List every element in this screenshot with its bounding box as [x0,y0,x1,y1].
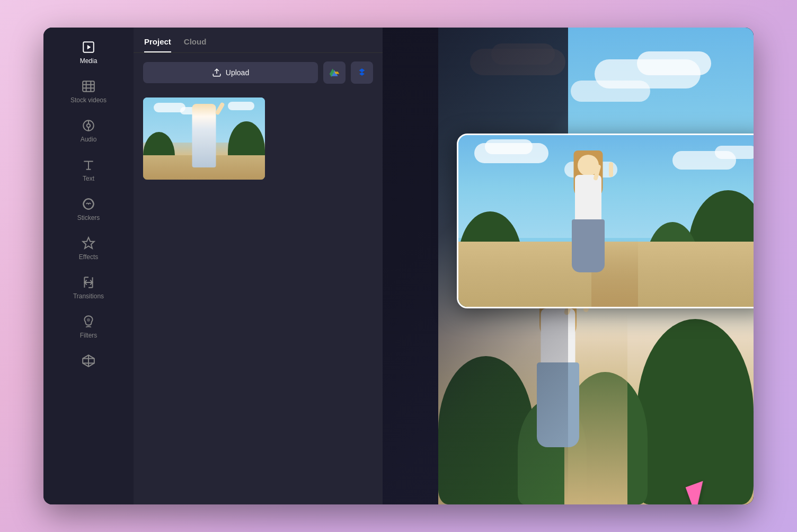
sidebar-item-transitions[interactable]: Transitions [43,268,134,307]
upload-button[interactable]: Upload [143,62,318,83]
sidebar-label-effects: Effects [79,253,98,261]
sidebar-label-filters: Filters [80,332,98,339]
tab-cloud[interactable]: Cloud [184,37,207,52]
sidebar-item-3d[interactable] [43,347,134,375]
toolbar-row: Upload [134,53,383,92]
tabs-row: Project Cloud [134,28,383,53]
sidebar-label-audio: Audio [81,136,97,143]
sidebar-label-media: Media [80,57,98,65]
main-canvas [383,28,754,504]
sidebar-label-transitions: Transitions [73,292,104,300]
tree-right-bg [637,319,754,504]
upload-icon [212,68,222,77]
svg-marker-16 [83,237,94,249]
upload-label: Upload [226,68,249,77]
svg-point-17 [87,319,90,321]
google-drive-button[interactable] [323,61,346,84]
sidebar-label-stickers: Stickers [77,214,100,221]
tab-project[interactable]: Project [144,37,171,52]
sidebar: Media Stock videos Audio [43,28,134,504]
sidebar-item-text[interactable]: Text [43,150,134,190]
media-grid [134,92,383,185]
sidebar-label-text: Text [83,175,94,182]
media-thumbnail[interactable] [143,97,265,180]
sidebar-label-stock-videos: Stock videos [70,96,107,104]
sidebar-item-stock-videos[interactable]: Stock videos [43,72,134,111]
svg-rect-2 [83,81,94,92]
google-drive-icon [329,67,340,78]
left-panel: Project Cloud Upload [134,28,383,504]
sidebar-item-filters[interactable]: Filters [43,307,134,347]
sidebar-item-media[interactable]: Media [43,33,134,72]
woman-figure [183,97,225,167]
sidebar-item-stickers[interactable]: Stickers [43,190,134,229]
dropbox-icon [357,67,367,78]
focused-photo-card[interactable] [457,134,754,308]
sidebar-item-audio[interactable]: Audio [43,111,134,150]
dropbox-button[interactable] [351,61,373,84]
svg-point-8 [87,124,91,128]
sidebar-item-effects[interactable]: Effects [43,229,134,268]
svg-marker-1 [87,45,91,50]
app-container: Media Stock videos Audio [43,28,754,504]
